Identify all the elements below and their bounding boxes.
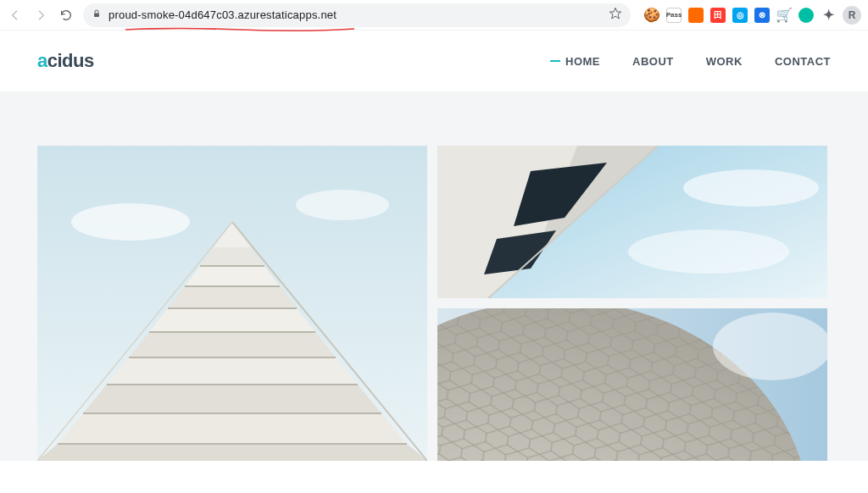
svg-marker-11 (107, 357, 358, 385)
extension-icon[interactable]: 🛒 (776, 8, 792, 23)
site-header: acidus HOME ABOUT WORK CONTACT (0, 30, 868, 91)
svg-marker-8 (168, 286, 297, 308)
hero-section (0, 91, 868, 461)
nav-contact-label: CONTACT (775, 55, 831, 68)
svg-rect-0 (94, 14, 99, 18)
extension-tray: 🍪 Pass 田 ◎ ⊗ 🛒 ✦ R (639, 6, 861, 25)
back-button[interactable] (7, 7, 24, 24)
extension-icon[interactable] (798, 8, 814, 23)
nav-work-label: WORK (706, 55, 743, 68)
svg-point-4 (296, 190, 389, 220)
extension-icon[interactable]: 田 (710, 8, 726, 23)
nav-contact[interactable]: CONTACT (775, 55, 831, 68)
extension-icon[interactable]: Pass (666, 8, 682, 23)
svg-marker-10 (129, 332, 336, 357)
nav-work[interactable]: WORK (706, 55, 743, 68)
page-viewport: acidus HOME ABOUT WORK CONTACT (0, 30, 868, 493)
address-bar[interactable]: proud-smoke-04d647c03.azurestaticapps.ne… (83, 3, 631, 27)
extension-icon[interactable]: ◎ (732, 8, 748, 23)
extension-icon[interactable]: 🍪 (644, 8, 659, 23)
image-gallery (37, 146, 831, 461)
site-nav: HOME ABOUT WORK CONTACT (550, 55, 831, 68)
browser-toolbar: proud-smoke-04d647c03.azurestaticapps.ne… (0, 0, 868, 30)
site-logo[interactable]: acidus (37, 50, 94, 72)
forward-button[interactable] (32, 7, 49, 24)
svg-marker-9 (149, 308, 315, 332)
url-text: proud-smoke-04d647c03.azurestaticapps.ne… (108, 8, 337, 21)
extensions-menu-icon[interactable]: ✦ (821, 8, 836, 23)
logo-accent: a (37, 50, 47, 71)
annotation-underline (125, 22, 354, 27)
bookmark-star-icon[interactable] (609, 7, 622, 23)
nav-about[interactable]: ABOUT (632, 55, 674, 68)
nav-home[interactable]: HOME (550, 55, 600, 68)
extension-icon[interactable] (688, 8, 704, 23)
svg-marker-1 (609, 8, 620, 19)
svg-marker-12 (83, 385, 381, 413)
svg-point-25 (628, 230, 789, 274)
svg-point-3 (71, 203, 190, 241)
gallery-image-1 (37, 146, 427, 461)
svg-marker-13 (58, 413, 407, 444)
gallery-image-2 (437, 146, 827, 298)
active-indicator (550, 60, 560, 62)
nav-home-label: HOME (565, 55, 600, 68)
profile-avatar[interactable]: R (843, 6, 861, 25)
svg-point-24 (683, 169, 819, 207)
lock-icon (92, 8, 102, 21)
nav-about-label: ABOUT (632, 55, 674, 68)
reload-button[interactable] (58, 7, 75, 24)
svg-marker-14 (37, 444, 427, 461)
gallery-image-3 (437, 308, 827, 461)
svg-point-36 (713, 313, 827, 380)
svg-marker-7 (185, 266, 280, 286)
logo-rest: cidus (47, 50, 94, 71)
extension-icon[interactable]: ⊗ (754, 8, 770, 23)
